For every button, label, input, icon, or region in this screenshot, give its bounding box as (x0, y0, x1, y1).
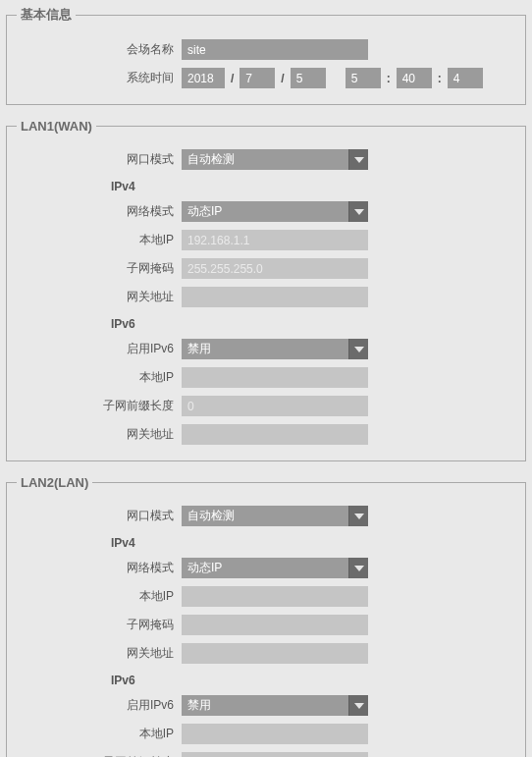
lan2-mask-label: 子网掩码 (17, 617, 182, 633)
lan1-mask-row: 子网掩码 (17, 258, 515, 279)
lan1-ipv6enable-label: 启用IPv6 (17, 341, 182, 357)
lan1-legend: LAN1(WAN) (17, 119, 96, 134)
date-sep-2: / (281, 72, 284, 85)
lan2-netmode-row: 网络模式 动态IP (17, 558, 515, 578)
lan1-ipv4-header: IPv4 (17, 180, 182, 193)
lan1-netmode-row: 网络模式 动态IP (17, 201, 515, 222)
lan2-ipv6enable-select[interactable]: 禁用 (182, 695, 368, 716)
lan1-ipv6enable-select[interactable]: 禁用 (182, 339, 368, 359)
lan2-ipv6enable-row: 启用IPv6 禁用 (17, 695, 515, 716)
lan1-localip-input (182, 230, 368, 250)
time-sep-2: : (438, 72, 442, 85)
lan1-localip-label: 本地IP (17, 232, 182, 248)
lan2-localip-input (182, 586, 368, 607)
lan2-ipv6enable-value: 禁用 (182, 695, 348, 716)
lan1-ipv6localip-label: 本地IP (17, 369, 182, 386)
chevron-down-icon[interactable] (348, 149, 368, 170)
lan2-ipv6enable-label: 启用IPv6 (17, 697, 182, 714)
lan1-portmode-select[interactable]: 自动检测 (182, 149, 368, 170)
lan2-portmode-select[interactable]: 自动检测 (182, 506, 368, 526)
lan1-netmode-value: 动态IP (182, 201, 348, 222)
lan1-localip-row: 本地IP (17, 230, 515, 250)
hour-input[interactable] (346, 68, 381, 88)
year-input[interactable] (182, 68, 225, 88)
lan2-localip-label: 本地IP (17, 588, 182, 605)
date-sep-1: / (231, 72, 234, 85)
chevron-down-icon[interactable] (348, 201, 368, 222)
lan2-netmode-select[interactable]: 动态IP (182, 558, 368, 578)
lan2-ipv6localip-label: 本地IP (17, 726, 182, 742)
lan1-group: LAN1(WAN) 网口模式 自动检测 IPv4 网络模式 动态IP 本地IP … (6, 119, 526, 461)
lan2-portmode-row: 网口模式 自动检测 (17, 506, 515, 526)
lan2-portmode-value: 自动检测 (182, 506, 348, 526)
chevron-down-icon[interactable] (348, 558, 368, 578)
minute-input[interactable] (397, 68, 432, 88)
lan2-gw-label: 网关地址 (17, 645, 182, 662)
lan1-netmode-select[interactable]: 动态IP (182, 201, 368, 222)
lan1-gw-input (182, 287, 368, 307)
lan1-ipv6gw-row: 网关地址 (17, 424, 515, 445)
lan1-ipv6gw-input (182, 424, 368, 445)
lan2-mask-row: 子网掩码 (17, 615, 515, 635)
lan1-ipv6prefix-input (182, 396, 368, 416)
site-name-input[interactable] (182, 39, 368, 60)
lan2-gw-input (182, 643, 368, 664)
month-input[interactable] (239, 68, 275, 88)
lan1-ipv6localip-input (182, 367, 368, 388)
lan2-ipv6prefix-row: 子网前缀长度 (17, 752, 515, 757)
basic-info-legend: 基本信息 (17, 6, 76, 24)
lan1-ipv6localip-row: 本地IP (17, 367, 515, 388)
lan1-portmode-row: 网口模式 自动检测 (17, 149, 515, 170)
lan1-ipv6prefix-row: 子网前缀长度 (17, 396, 515, 416)
lan2-localip-row: 本地IP (17, 586, 515, 607)
lan1-gw-row: 网关地址 (17, 287, 515, 307)
lan1-mask-input (182, 258, 368, 279)
lan1-ipv6-header: IPv6 (17, 317, 182, 331)
lan1-ipv6enable-row: 启用IPv6 禁用 (17, 339, 515, 359)
lan1-ipv6gw-label: 网关地址 (17, 426, 182, 443)
lan2-netmode-label: 网络模式 (17, 560, 182, 576)
lan2-group: LAN2(LAN) 网口模式 自动检测 IPv4 网络模式 动态IP 本地IP … (6, 475, 526, 757)
chevron-down-icon[interactable] (348, 695, 368, 716)
lan2-portmode-label: 网口模式 (17, 508, 182, 524)
lan2-netmode-value: 动态IP (182, 558, 348, 578)
lan1-ipv6enable-value: 禁用 (182, 339, 348, 359)
lan2-legend: LAN2(LAN) (17, 475, 92, 490)
lan2-ipv6prefix-input (182, 752, 368, 757)
system-time-row: 系统时间 / / : : (17, 68, 515, 88)
system-time-label: 系统时间 (17, 70, 182, 86)
lan1-netmode-label: 网络模式 (17, 203, 182, 220)
chevron-down-icon[interactable] (348, 506, 368, 526)
lan2-ipv6-header: IPv6 (17, 674, 182, 687)
lan2-gw-row: 网关地址 (17, 643, 515, 664)
lan2-mask-input (182, 615, 368, 635)
lan1-gw-label: 网关地址 (17, 289, 182, 305)
lan1-ipv6prefix-label: 子网前缀长度 (17, 398, 182, 414)
site-name-label: 会场名称 (17, 41, 182, 58)
lan1-portmode-value: 自动检测 (182, 149, 348, 170)
lan1-mask-label: 子网掩码 (17, 260, 182, 277)
lan1-portmode-label: 网口模式 (17, 151, 182, 168)
time-sep-1: : (387, 72, 391, 85)
day-input[interactable] (291, 68, 326, 88)
lan2-ipv4-header: IPv4 (17, 536, 182, 550)
lan2-ipv6localip-row: 本地IP (17, 724, 515, 744)
site-name-row: 会场名称 (17, 39, 515, 60)
basic-info-group: 基本信息 会场名称 系统时间 / / : : (6, 6, 526, 105)
lan2-ipv6localip-input (182, 724, 368, 744)
chevron-down-icon[interactable] (348, 339, 368, 359)
second-input[interactable] (448, 68, 483, 88)
